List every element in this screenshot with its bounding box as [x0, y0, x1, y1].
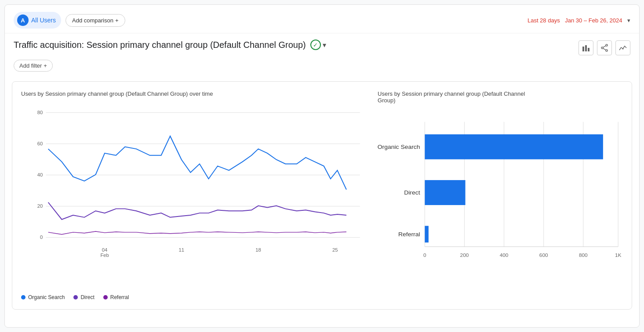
svg-text:40: 40	[37, 173, 43, 178]
svg-text:Referral: Referral	[398, 231, 420, 238]
header-row: A All Users Add comparison + Last 28 day…	[5, 5, 639, 33]
svg-text:11: 11	[179, 247, 185, 253]
title-left: Traffic acquisition: Session primary cha…	[14, 40, 326, 50]
svg-text:80: 80	[37, 110, 43, 115]
main-container: A All Users Add comparison + Last 28 day…	[4, 4, 640, 328]
line-chart-area: 80 60 40 20 0 04 Feb 11 18 25	[21, 104, 364, 287]
legend-label-direct: Direct	[80, 294, 94, 300]
svg-text:04: 04	[102, 247, 108, 253]
svg-line-7	[603, 48, 606, 50]
title-dropdown-button[interactable]: ▾	[323, 41, 326, 49]
svg-text:Organic Search: Organic Search	[378, 144, 420, 150]
title-toolbar-row: Traffic acquisition: Session primary cha…	[5, 33, 639, 58]
anomaly-button[interactable]	[615, 40, 630, 55]
bar-direct	[425, 180, 465, 205]
svg-line-6	[603, 46, 606, 47]
title-actions: ✓ ▾	[310, 40, 326, 50]
svg-text:600: 600	[539, 253, 548, 258]
share-button[interactable]	[597, 40, 612, 55]
svg-text:25: 25	[332, 247, 338, 253]
svg-point-5	[601, 47, 603, 49]
header-left: A All Users Add comparison +	[14, 12, 125, 29]
date-dropdown-arrow: ▾	[627, 17, 630, 24]
svg-point-8	[622, 48, 624, 50]
svg-text:Feb: Feb	[100, 253, 109, 258]
legend-item-direct: Direct	[73, 294, 94, 300]
avatar: A	[17, 14, 29, 26]
all-users-label: All Users	[31, 17, 56, 24]
line-chart-container: Users by Session primary channel group (…	[21, 90, 364, 300]
add-filter-button[interactable]: Add filter +	[14, 60, 53, 72]
svg-text:0: 0	[423, 253, 426, 258]
all-users-chip[interactable]: A All Users	[14, 12, 61, 29]
bar-chart-container: Users by Session primary channel group (…	[378, 90, 623, 300]
legend-label-referral: Referral	[110, 294, 129, 300]
svg-point-4	[606, 50, 608, 51]
svg-text:200: 200	[460, 253, 469, 258]
legend-dot-direct	[73, 295, 78, 300]
date-prefix: Last 28 days	[528, 17, 560, 24]
line-chart-title: Users by Session primary channel group (…	[21, 90, 364, 97]
add-comparison-button[interactable]: Add comparison +	[65, 14, 125, 27]
svg-text:Direct: Direct	[404, 190, 420, 196]
chart-toolbar	[579, 40, 630, 55]
legend-item-organic: Organic Search	[21, 294, 65, 300]
bar-chart-title: Users by Session primary channel group (…	[378, 90, 623, 104]
svg-rect-2	[588, 48, 589, 51]
report-view-button[interactable]	[579, 40, 593, 55]
date-range-selector[interactable]: Last 28 days Jan 30 – Feb 26, 2024 ▾	[528, 17, 630, 24]
bar-organic-search	[425, 134, 603, 159]
line-chart-svg: 80 60 40 20 0 04 Feb 11 18 25	[21, 104, 364, 262]
svg-text:60: 60	[37, 141, 43, 147]
legend-dot-referral	[103, 295, 108, 300]
svg-text:0: 0	[40, 235, 43, 240]
bar-chart-svg: Organic Search Direct Referral 0 200 400…	[378, 118, 623, 276]
svg-rect-0	[582, 47, 584, 51]
verified-icon[interactable]: ✓	[310, 40, 321, 50]
legend-label-organic: Organic Search	[28, 294, 65, 300]
svg-point-3	[606, 44, 608, 46]
page-title: Traffic acquisition: Session primary cha…	[14, 40, 306, 50]
legend-dot-organic	[21, 295, 25, 300]
date-range-value: Jan 30 – Feb 26, 2024	[565, 17, 622, 24]
svg-rect-1	[585, 45, 587, 51]
svg-text:1K: 1K	[615, 253, 622, 258]
svg-text:400: 400	[500, 253, 509, 258]
legend-item-referral: Referral	[103, 294, 129, 300]
svg-text:18: 18	[255, 247, 261, 253]
bar-chart-area: Organic Search Direct Referral 0 200 400…	[378, 118, 623, 300]
bar-referral	[425, 226, 429, 242]
legend-row: Organic Search Direct Referral	[21, 294, 364, 300]
svg-text:20: 20	[37, 204, 43, 209]
filter-row: Add filter +	[5, 58, 639, 77]
charts-section: Users by Session primary channel group (…	[12, 81, 632, 310]
svg-text:800: 800	[579, 253, 588, 258]
